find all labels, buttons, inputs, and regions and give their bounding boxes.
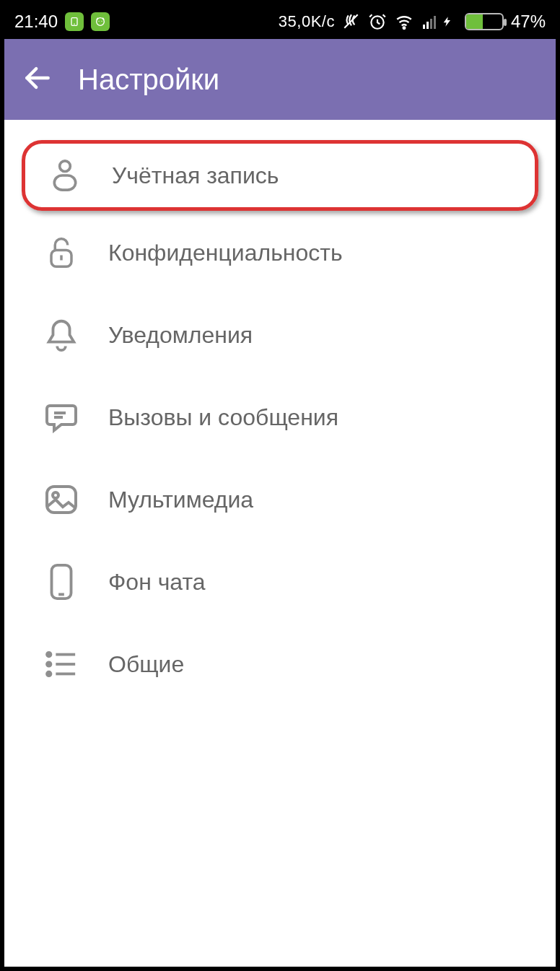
svg-rect-19 xyxy=(47,487,76,513)
alarm-icon xyxy=(368,12,387,31)
svg-point-27 xyxy=(47,672,51,676)
list-icon xyxy=(43,650,79,679)
charging-icon xyxy=(442,12,453,31)
settings-item-privacy[interactable]: Конфиденциальность xyxy=(22,212,538,293)
back-button[interactable] xyxy=(22,62,53,97)
settings-item-label: Уведомления xyxy=(108,322,253,349)
settings-item-label: Фон чата xyxy=(108,569,206,596)
settings-item-notifications[interactable]: Уведомления xyxy=(22,295,538,375)
settings-item-account[interactable]: Учётная запись xyxy=(25,144,535,207)
svg-point-20 xyxy=(53,492,58,498)
network-speed: 35,0K/с xyxy=(279,12,335,31)
phone-device-icon xyxy=(43,562,79,601)
battery-percent: 47% xyxy=(511,12,546,32)
dnd-icon xyxy=(342,12,361,31)
settings-item-label: Вызовы и сообщения xyxy=(108,404,338,431)
status-time: 21:40 xyxy=(14,12,58,32)
app-badge-icon-1 xyxy=(65,12,84,31)
svg-rect-9 xyxy=(426,22,429,29)
settings-item-chat-background[interactable]: Фон чата xyxy=(22,541,538,622)
settings-item-label: Общие xyxy=(108,651,184,678)
svg-rect-11 xyxy=(434,16,436,29)
battery-icon xyxy=(465,13,504,30)
settings-item-label: Учётная запись xyxy=(112,162,279,189)
page-title: Настройки xyxy=(78,64,219,96)
svg-point-3 xyxy=(98,21,99,22)
status-bar: 21:40 35,0K/с xyxy=(4,4,556,39)
settings-item-label: Мультимедиа xyxy=(108,487,253,513)
svg-point-1 xyxy=(74,24,75,25)
settings-item-label: Конфиденциальность xyxy=(108,240,343,266)
svg-point-13 xyxy=(60,161,71,172)
svg-point-4 xyxy=(101,21,102,22)
lock-icon xyxy=(43,235,79,271)
person-icon xyxy=(47,158,83,193)
wifi-icon xyxy=(394,12,414,31)
svg-point-25 xyxy=(47,662,51,666)
settings-item-calls-messages[interactable]: Вызовы и сообщения xyxy=(22,377,538,458)
bell-icon xyxy=(43,317,79,353)
settings-item-general[interactable]: Общие xyxy=(22,624,538,705)
device-frame: 21:40 35,0K/с xyxy=(0,0,560,971)
status-right: 35,0K/с 47% xyxy=(279,12,546,32)
highlight-box: Учётная запись xyxy=(22,140,538,211)
signal-icon xyxy=(421,13,439,30)
svg-rect-10 xyxy=(430,19,432,29)
app-header: Настройки xyxy=(4,39,556,120)
settings-item-media[interactable]: Мультимедиа xyxy=(22,459,538,540)
svg-point-23 xyxy=(47,653,51,656)
chat-icon xyxy=(43,400,79,435)
image-icon xyxy=(43,483,79,516)
app-badge-icon-2 xyxy=(91,12,110,31)
svg-rect-14 xyxy=(54,175,75,190)
settings-list: Учётная запись Конфиденциальность Уведом… xyxy=(4,120,556,705)
status-left: 21:40 xyxy=(14,12,110,32)
svg-point-7 xyxy=(403,27,406,29)
svg-rect-8 xyxy=(423,25,425,29)
